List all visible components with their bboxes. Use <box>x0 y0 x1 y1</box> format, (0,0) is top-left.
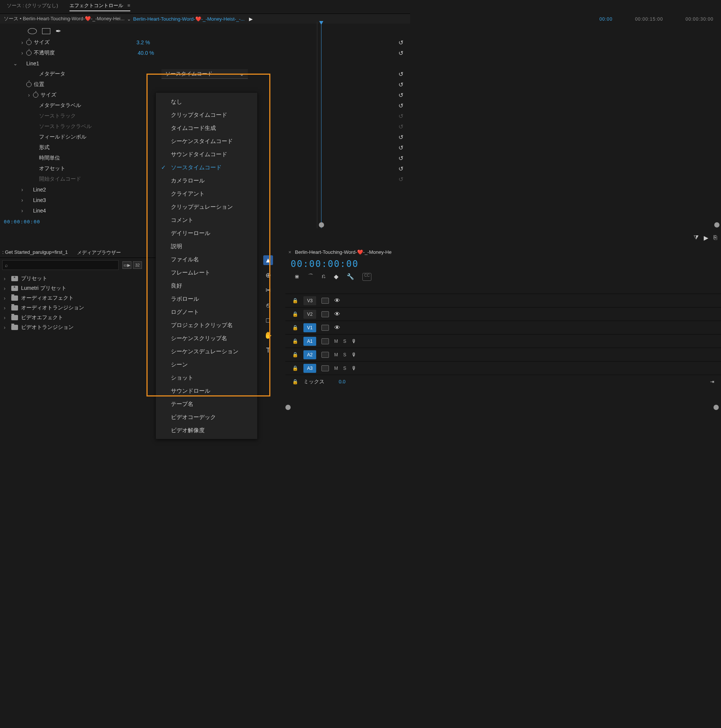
start-timecode-label: 開始タイムコード <box>38 176 81 182</box>
stopwatch-icon[interactable] <box>32 92 39 98</box>
line4-label: Line4 <box>26 208 46 214</box>
dropdown-option[interactable]: クライアント <box>156 187 257 200</box>
time-unit-label: 時間単位 <box>38 155 60 161</box>
size2-label: サイズ <box>39 92 56 98</box>
dropdown-selected: ソースタイムコード <box>165 70 237 77</box>
source-clip-name: ソース • Berlin-Heart-Touching-Word-❤️-_-Mo… <box>4 15 125 22</box>
chevron-down-icon: ⌄ <box>240 71 244 77</box>
tab-effect-controls[interactable]: エフェクトコントロール ≡ <box>69 2 130 11</box>
scroll-thumb-left[interactable] <box>319 222 324 228</box>
pen-mask-icon[interactable]: ✒ <box>55 27 61 35</box>
twirl-icon[interactable]: › <box>19 187 26 193</box>
twirl-down-icon[interactable]: ⌄ <box>12 60 19 66</box>
dropdown-option[interactable]: クリップタイムコード <box>156 108 257 121</box>
playhead[interactable] <box>321 22 321 228</box>
prop-size-value[interactable]: 3.2 % <box>137 40 150 46</box>
line1-label: Line1 <box>19 60 39 66</box>
play-icon[interactable]: ▶ <box>249 16 253 22</box>
dropdown-option[interactable]: タイムコード生成 <box>156 121 257 135</box>
metadata-label: メタデータ <box>38 70 65 77</box>
format-label: 形式 <box>38 144 50 151</box>
line2-label: Line2 <box>26 187 46 193</box>
twirl-icon[interactable]: › <box>19 208 26 214</box>
sequence-clip-name[interactable]: Berlin-Heart-Touching-Word-❤️-_-Money-He… <box>133 16 245 22</box>
line3-label: Line3 <box>26 197 46 203</box>
dropdown-option[interactable]: シーケンスタイムコード <box>156 135 257 148</box>
dropdown-option[interactable]: なし <box>156 95 257 108</box>
tab-effect-controls-label: エフェクトコントロール <box>69 3 123 8</box>
metadata-dropdown[interactable]: ソースタイムコード ⌄ <box>161 69 248 79</box>
ellipse-mask-icon[interactable] <box>28 28 37 34</box>
source-track-label: ソーストラック <box>38 113 76 119</box>
twirl-icon[interactable]: › <box>19 197 26 203</box>
position-label: 位置 <box>32 81 44 88</box>
prop-opacity-label: 不透明度 <box>32 50 55 56</box>
prop-opacity-value[interactable]: 40.0 % <box>138 50 155 56</box>
field-symbol-label: フィールドシンボル <box>38 134 86 141</box>
metadata-label-label: メタデータラベル <box>38 102 81 109</box>
prop-size-label: サイズ <box>32 39 50 46</box>
dropdown-option[interactable]: カメラロール <box>156 174 257 187</box>
dropdown-option[interactable]: デイリーロール <box>156 226 257 228</box>
rect-mask-icon[interactable] <box>42 28 51 34</box>
dropdown-option[interactable]: コメント <box>156 213 257 226</box>
ruler-scrollbar[interactable] <box>319 222 410 228</box>
metadata-dropdown-list[interactable]: なしクリップタイムコードタイムコード生成シーケンスタイムコードサウンドタイムコー… <box>155 92 257 228</box>
hamburger-icon[interactable]: ≡ <box>127 3 130 8</box>
dropdown-option[interactable]: ソースタイムコード <box>156 161 257 174</box>
chevron-down-icon[interactable]: ⌄ <box>127 16 131 22</box>
twirl-icon[interactable]: › <box>19 50 26 56</box>
twirl-icon[interactable]: › <box>19 40 26 46</box>
dropdown-option[interactable]: サウンドタイムコード <box>156 148 257 161</box>
stopwatch-icon[interactable] <box>26 82 32 87</box>
ruler-area[interactable] <box>317 22 410 228</box>
offset-label: オフセット <box>38 165 65 172</box>
source-track-label-label: ソーストラックラベル <box>38 123 92 130</box>
stopwatch-icon[interactable] <box>26 50 32 55</box>
twirl-icon[interactable]: › <box>26 92 32 98</box>
dropdown-option[interactable]: クリップデュレーション <box>156 200 257 213</box>
stopwatch-icon[interactable] <box>26 40 32 45</box>
panel-tabs: ソース : (クリップなし) エフェクトコントロール ≡ <box>0 0 410 14</box>
tab-source[interactable]: ソース : (クリップなし) <box>7 2 58 11</box>
